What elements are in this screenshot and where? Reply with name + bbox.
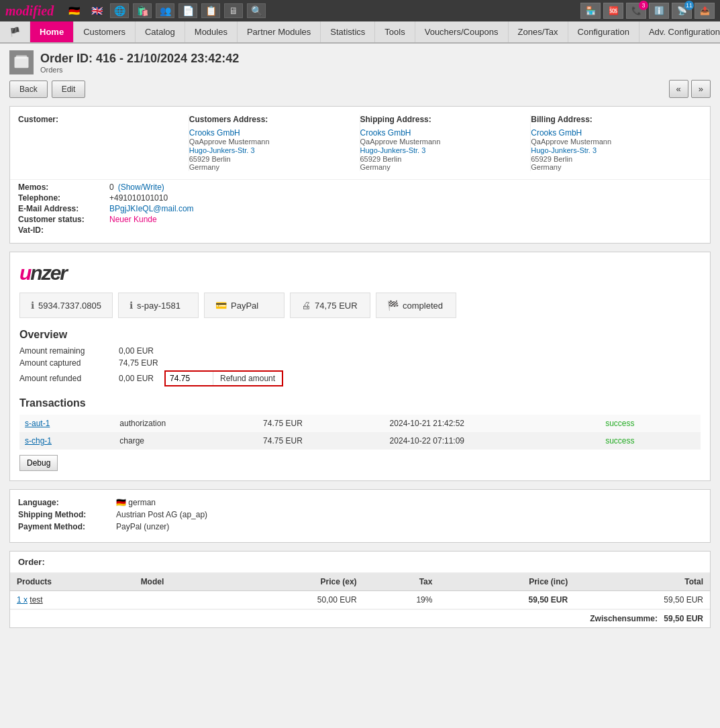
unzer-badge-amount: 🖨 74,75 EUR bbox=[290, 293, 370, 318]
lifesaver-icon-btn[interactable]: 🆘 bbox=[603, 3, 623, 19]
col-total: Total bbox=[574, 573, 710, 591]
nav-item-statistics[interactable]: Statistics bbox=[321, 21, 375, 42]
tx-id[interactable]: s-aut-1 bbox=[25, 419, 50, 428]
product-col: 1 x test bbox=[10, 591, 134, 609]
products-table: Products Model Price (ex) Tax Price (inc… bbox=[10, 573, 710, 609]
store-icon-btn[interactable]: 🏪 bbox=[580, 3, 601, 19]
vat-label: Vat-ID: bbox=[18, 225, 105, 235]
payment-method-value: PayPal (unzer) bbox=[116, 522, 169, 531]
refund-amount-button[interactable]: Refund amount bbox=[213, 372, 282, 385]
nav-item-modules[interactable]: Modules bbox=[185, 21, 238, 42]
nav-flag[interactable]: 🏴 bbox=[0, 21, 30, 42]
nav-item-adv-configuration[interactable]: Adv. Configuration bbox=[639, 21, 720, 42]
amount-remaining-label: Amount remaining bbox=[19, 346, 113, 356]
customer-card: Customer: Customers Address: Crooks GmbH… bbox=[9, 106, 711, 244]
shipping-company-link[interactable]: Crooks GmbH bbox=[360, 128, 523, 138]
billing-street-link[interactable]: Hugo-Junkers-Str. 3 bbox=[531, 146, 597, 154]
export-icon-btn[interactable]: 📤 bbox=[695, 3, 715, 19]
amount-refunded-label: Amount refunded bbox=[19, 374, 113, 383]
unzer-amount-value: 74,75 EUR bbox=[315, 301, 358, 311]
language-value: 🇩🇪 german bbox=[116, 498, 156, 507]
order-section-title: Order: bbox=[10, 552, 710, 573]
product-qty-link[interactable]: 1 x bbox=[17, 595, 28, 605]
flag-icon: 🏁 bbox=[387, 300, 399, 311]
unzer-badge-pay: ℹ s-pay-1581 bbox=[118, 293, 199, 318]
shipping-street-link[interactable]: Hugo-Junkers-Str. 3 bbox=[360, 146, 426, 154]
customers-address-col: Customers Address: Crooks GmbH QaApprove… bbox=[189, 115, 360, 171]
page-header: Order ID: 416 - 21/10/2024 23:42:42 Orde… bbox=[9, 50, 711, 74]
rss-icon-btn[interactable]: 📡11 bbox=[672, 3, 692, 19]
col-model: Model bbox=[134, 573, 228, 591]
refund-amount-input[interactable] bbox=[166, 372, 213, 385]
users-icon[interactable]: 👥 bbox=[156, 3, 174, 18]
nav-item-configuration[interactable]: Configuration bbox=[568, 21, 639, 42]
customers-company-link[interactable]: Crooks GmbH bbox=[189, 128, 352, 138]
tx-id[interactable]: s-chg-1 bbox=[25, 436, 52, 446]
phone-icon-btn[interactable]: 📞3 bbox=[626, 3, 646, 19]
document2-icon[interactable]: 📋 bbox=[201, 3, 220, 18]
server-icon[interactable]: 🖥 bbox=[224, 3, 243, 18]
col-products: Products bbox=[10, 573, 134, 591]
transactions-section: Transactions s-aut-1 authorization 74.75… bbox=[19, 397, 701, 471]
customer-label: Customer: bbox=[18, 115, 181, 124]
memos-value: 0 bbox=[109, 183, 114, 192]
unzer-badge-id: ℹ 5934.7337.0805 bbox=[19, 293, 113, 318]
unzer-badge-method: 💳 PayPal bbox=[204, 293, 285, 318]
breadcrumb: Orders bbox=[40, 66, 239, 74]
nav-item-catalog[interactable]: Catalog bbox=[136, 21, 185, 42]
telephone-label: Telephone: bbox=[18, 193, 105, 203]
print-icon: 🖨 bbox=[301, 300, 311, 311]
info-icon-btn[interactable]: ℹ️ bbox=[649, 3, 669, 19]
shipping-address-label: Shipping Address: bbox=[360, 115, 523, 124]
flag-de-icon[interactable]: 🇩🇪 bbox=[64, 3, 83, 18]
nav-item-customers[interactable]: Customers bbox=[74, 21, 136, 42]
table-row: s-aut-1 authorization 74.75 EUR 2024-10-… bbox=[19, 415, 701, 432]
nav-item-partner-modules[interactable]: Partner Modules bbox=[238, 21, 321, 42]
amount-captured-label: Amount captured bbox=[19, 358, 113, 368]
customers-country: Germany bbox=[189, 163, 352, 171]
shipping-method-label: Shipping Method: bbox=[18, 510, 112, 519]
nav-item-vouchers[interactable]: Vouchers/Coupons bbox=[415, 21, 509, 42]
svg-rect-0 bbox=[15, 57, 29, 68]
edit-button[interactable]: Edit bbox=[52, 81, 86, 98]
billing-city: 65929 Berlin bbox=[531, 155, 694, 163]
table-row: s-chg-1 charge 74.75 EUR 2024-10-22 07:1… bbox=[19, 432, 701, 450]
nav-item-zones[interactable]: Zones/Tax bbox=[509, 21, 568, 42]
shop-icon[interactable]: 🛍️ bbox=[133, 3, 152, 18]
shipping-country: Germany bbox=[360, 163, 523, 171]
product-tax: 19% bbox=[364, 591, 440, 609]
product-name-link[interactable]: test bbox=[30, 595, 42, 605]
memos-label: Memos: bbox=[18, 183, 105, 192]
telephone-value: +491010101010 bbox=[109, 193, 168, 203]
billing-company-link[interactable]: Crooks GmbH bbox=[531, 128, 694, 138]
back-button[interactable]: Back bbox=[9, 81, 48, 98]
phone-badge: 3 bbox=[639, 1, 648, 10]
debug-button[interactable]: Debug bbox=[19, 455, 58, 471]
memos-action[interactable]: (Show/Write) bbox=[118, 183, 164, 192]
shipping-city: 65929 Berlin bbox=[360, 155, 523, 163]
tx-type: charge bbox=[114, 432, 258, 450]
zwischensumme-value: 59,50 EUR bbox=[664, 614, 703, 623]
document-icon[interactable]: 📄 bbox=[178, 3, 197, 18]
flag-gb-icon[interactable]: 🇬🇧 bbox=[87, 3, 106, 18]
info2-icon: ℹ bbox=[130, 300, 133, 311]
order-meta: Language: 🇩🇪 german Shipping Method: Aus… bbox=[9, 489, 711, 543]
email-value[interactable]: BPgjJKIeQL@mail.com bbox=[109, 204, 194, 213]
prev-button[interactable]: « bbox=[669, 80, 688, 98]
globe-icon[interactable]: 🌐 bbox=[110, 3, 129, 18]
tx-amount: 74.75 EUR bbox=[258, 432, 384, 450]
amount-refunded-row: Amount refunded 0,00 EUR Refund amount bbox=[19, 370, 701, 386]
tx-type: authorization bbox=[114, 415, 258, 432]
unzer-pay-value: s-pay-1581 bbox=[137, 301, 181, 311]
unzer-status-value: completed bbox=[403, 301, 443, 311]
amount-remaining-row: Amount remaining 0,00 EUR bbox=[19, 346, 701, 356]
unzer-method-value: PayPal bbox=[231, 301, 258, 311]
order-section: Order: Products Model Price (ex) Tax Pri… bbox=[9, 551, 711, 628]
search-icon[interactable]: 🔍 bbox=[247, 3, 266, 18]
nav-item-home[interactable]: Home bbox=[30, 21, 74, 42]
customers-street-link[interactable]: Hugo-Junkers-Str. 3 bbox=[189, 146, 255, 154]
table-row: 1 x test 50,00 EUR 19% 59,50 EUR 59,50 E… bbox=[10, 591, 710, 609]
next-button[interactable]: » bbox=[691, 80, 711, 98]
nav-item-tools[interactable]: Tools bbox=[375, 21, 415, 42]
product-price-ex: 50,00 EUR bbox=[228, 591, 364, 609]
